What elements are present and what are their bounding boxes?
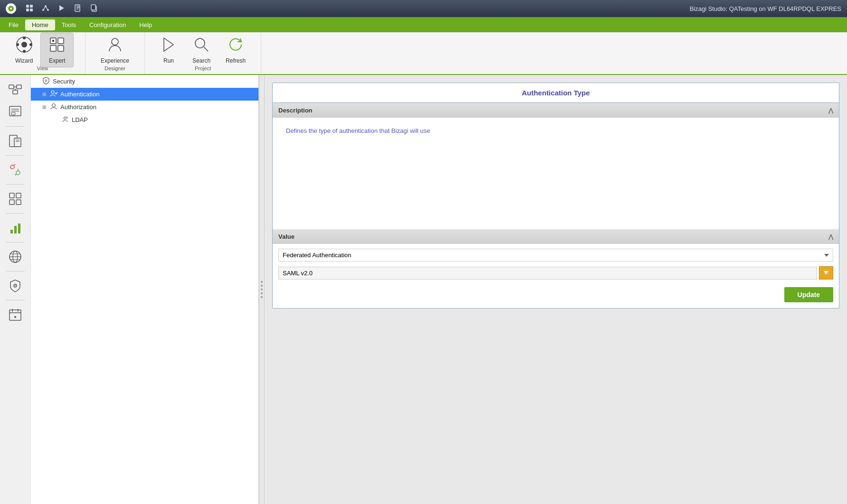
sidebar-divider-4: [6, 213, 25, 214]
svg-point-64: [14, 316, 16, 318]
expert-label: Expert: [49, 57, 66, 64]
sidebar-calendar-btn[interactable]: [3, 304, 27, 325]
content-area: Authentication Type Description ⋀ Define…: [265, 75, 847, 504]
sidebar-process-btn[interactable]: [3, 79, 27, 100]
sidebar-rules-btn[interactable]: [3, 159, 27, 180]
svg-rect-24: [58, 46, 64, 51]
sidebar-divider-6: [6, 271, 25, 271]
sidebar-ui-btn[interactable]: [3, 131, 27, 151]
sidebar-data-btn[interactable]: [3, 188, 27, 209]
ldap-icon: [61, 115, 69, 124]
menu-help[interactable]: Help: [133, 19, 159, 30]
run-button[interactable]: Run: [152, 33, 185, 67]
search-label: Search: [192, 57, 210, 64]
menu-configuration[interactable]: Configuration: [83, 19, 133, 30]
sidebar-forms-btn[interactable]: [3, 102, 27, 122]
svg-rect-46: [10, 193, 14, 198]
svg-rect-49: [16, 200, 21, 205]
tree-item-authentication[interactable]: ⊞ Authentication: [31, 88, 258, 101]
grid-icon[interactable]: [26, 4, 33, 13]
run-icon: [160, 36, 177, 56]
authentication-icon: [50, 90, 57, 99]
auth-type-dropdown[interactable]: Bizagi Authentication Federated Authenti…: [278, 249, 833, 261]
title-bar: Bizagi Studio: QATesting on WF DL64RPDQL…: [0, 0, 847, 17]
svg-rect-52: [18, 224, 20, 233]
copy-icon[interactable]: [90, 4, 98, 13]
svg-rect-48: [10, 200, 14, 205]
sidebar-divider-3: [6, 184, 25, 185]
svg-rect-50: [10, 230, 13, 233]
expert-icon: [48, 36, 66, 56]
tree-item-ldap[interactable]: LDAP: [31, 113, 258, 126]
value-collapse-icon[interactable]: ⋀: [828, 233, 833, 240]
sidebar-divider-7: [6, 300, 25, 300]
svg-rect-3: [30, 5, 33, 8]
title-bar-icons: [26, 4, 98, 13]
saml-dropdown-btn[interactable]: [819, 266, 833, 280]
experience-button[interactable]: Experience: [93, 33, 137, 67]
auth-panel-title: Authentication Type: [273, 83, 839, 103]
svg-rect-5: [30, 9, 33, 11]
tree-item-authorization[interactable]: ⊞ Authorization: [31, 101, 258, 113]
svg-point-18: [23, 50, 26, 53]
main-content: Security ⊞ Authentication ⊞: [0, 75, 847, 504]
sidebar-divider-1: [6, 126, 25, 127]
experience-label: Experience: [101, 57, 129, 64]
svg-rect-4: [26, 9, 29, 11]
svg-rect-40: [14, 138, 21, 147]
toolbar: Wizard Expert View: [0, 32, 847, 75]
menu-tools[interactable]: Tools: [55, 19, 83, 30]
sidebar-globe-btn[interactable]: [3, 246, 27, 267]
sidebar-security-btn[interactable]: [3, 275, 27, 296]
sidebar-divider-2: [6, 155, 25, 156]
saml-input[interactable]: [278, 267, 817, 280]
description-collapse-icon[interactable]: ⋀: [828, 107, 833, 114]
expert-button[interactable]: Expert: [40, 33, 74, 67]
tree-item-ldap-label: LDAP: [72, 116, 88, 123]
svg-rect-12: [75, 5, 80, 11]
svg-rect-31: [17, 85, 21, 89]
splitter-dot-1: [261, 281, 263, 283]
svg-marker-11: [59, 5, 64, 11]
svg-point-28: [195, 38, 205, 48]
authorization-icon: [50, 103, 57, 112]
svg-line-44: [14, 164, 15, 166]
svg-rect-47: [16, 193, 21, 198]
update-row: Update: [273, 283, 839, 308]
wizard-button[interactable]: Wizard: [8, 33, 40, 67]
play-icon[interactable]: [58, 4, 66, 13]
toolbar-view-section: Wizard Expert View: [0, 32, 86, 74]
svg-point-19: [16, 43, 19, 46]
app-logo: [6, 3, 16, 14]
node-icon[interactable]: [42, 4, 49, 13]
tree-item-security[interactable]: Security: [31, 75, 258, 88]
designer-section-label: Designer: [86, 65, 144, 71]
splitter-dot-2: [261, 285, 263, 287]
value-section-header: Value ⋀: [273, 229, 839, 244]
splitter-dot-4: [261, 292, 263, 294]
toolbar-designer-section: Experience Designer: [86, 32, 145, 74]
menu-file[interactable]: File: [2, 19, 25, 30]
menu-home[interactable]: Home: [25, 19, 55, 30]
svg-rect-51: [14, 226, 17, 233]
toolbar-project-section: Run Search Refresh Project: [145, 32, 261, 74]
menu-bar: File Home Tools Configuration Help: [0, 17, 847, 32]
svg-point-16: [21, 42, 27, 47]
svg-point-43: [10, 165, 14, 169]
sidebar-reports-btn[interactable]: [3, 217, 27, 238]
wizard-label: Wizard: [15, 57, 33, 64]
svg-point-17: [23, 37, 26, 39]
search-button[interactable]: Search: [185, 33, 218, 67]
panel-splitter[interactable]: [259, 75, 265, 504]
sidebar-divider-5: [6, 242, 25, 243]
splitter-dot-3: [261, 289, 263, 290]
svg-rect-23: [50, 46, 56, 51]
update-button[interactable]: Update: [784, 287, 833, 302]
document-icon[interactable]: [74, 4, 82, 13]
svg-point-45: [16, 171, 20, 175]
svg-marker-69: [824, 271, 828, 275]
refresh-button[interactable]: Refresh: [218, 33, 253, 67]
svg-rect-32: [13, 90, 18, 94]
svg-rect-22: [58, 38, 64, 44]
svg-point-20: [29, 43, 32, 46]
